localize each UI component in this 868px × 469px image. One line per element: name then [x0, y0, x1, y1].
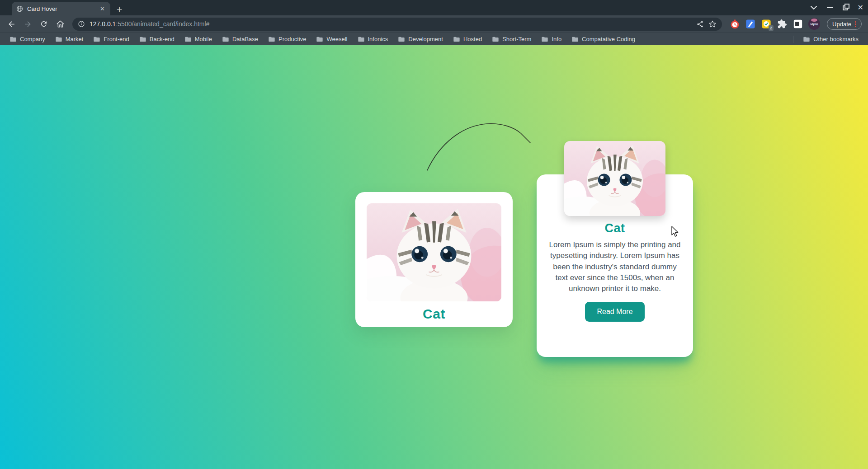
timer-extension-icon[interactable] — [729, 19, 740, 29]
folder-icon — [453, 36, 460, 42]
bookmark-label: Weesell — [326, 36, 347, 42]
folder-icon — [541, 36, 548, 42]
update-label: Update — [832, 21, 851, 28]
bookmarks-bar: Company Market Front-end Back-end Mobile… — [0, 33, 868, 45]
screenshot-extension-icon[interactable] — [793, 19, 803, 29]
bookmark-label: Infonics — [368, 36, 388, 42]
other-bookmarks-label: Other bookmarks — [813, 36, 859, 42]
bookmark-folder-compatative-coding[interactable]: Compatative Coding — [567, 35, 639, 43]
folder-icon — [358, 36, 365, 42]
extension-badge: 2 — [769, 25, 774, 31]
close-window-button[interactable]: ✕ — [858, 4, 863, 11]
extensions-row: 2 vipin Update — [727, 18, 863, 30]
card-title: Cat — [367, 306, 501, 322]
bookmark-folder-mobile[interactable]: Mobile — [180, 35, 216, 43]
back-button[interactable] — [5, 17, 18, 31]
folder-icon — [268, 36, 275, 42]
folder-icon — [398, 36, 405, 42]
bookmark-label: Mobile — [195, 36, 212, 42]
cat-image — [564, 141, 665, 216]
card-title: Cat — [537, 221, 693, 235]
folder-icon — [803, 36, 810, 42]
bookmark-label: Productive — [278, 36, 306, 42]
card-description: Lorem Ipsum is simply the printing and t… — [547, 239, 683, 294]
bookmark-label: Back-end — [150, 36, 175, 42]
folder-icon — [571, 36, 579, 42]
bookmark-folder-database[interactable]: DataBase — [218, 35, 262, 43]
folder-icon — [139, 36, 146, 42]
bookmark-folder-short-term[interactable]: Short-Term — [488, 35, 535, 43]
avatar-label: vipin — [810, 22, 818, 26]
share-icon[interactable] — [696, 20, 704, 28]
bookmark-folder-info[interactable]: Info — [537, 35, 566, 43]
browser-menu-kebab-icon[interactable] — [855, 21, 856, 27]
bookmark-label: Compatative Coding — [582, 36, 635, 42]
bookmark-folder-company[interactable]: Company — [5, 35, 49, 43]
bookmark-folder-infonics[interactable]: Infonics — [354, 35, 392, 43]
reload-button[interactable] — [37, 17, 51, 31]
folder-icon — [93, 36, 100, 42]
bookmark-label: Info — [552, 36, 561, 42]
cat-card-hovered[interactable]: Cat Lorem Ipsum is simply the printing a… — [537, 174, 693, 357]
folder-icon — [9, 36, 17, 42]
bookmark-folder-back-end[interactable]: Back-end — [135, 35, 179, 43]
cat-card-default[interactable]: Cat — [355, 192, 513, 327]
bookmark-label: Short-Term — [502, 36, 531, 42]
url-text[interactable]: 127.0.0.1:5500/animated_card/index.html# — [90, 20, 692, 28]
bookmark-label: Front-end — [104, 36, 129, 42]
folder-icon — [316, 36, 323, 42]
url-bar[interactable]: 127.0.0.1:5500/animated_card/index.html# — [72, 18, 722, 31]
url-path: :5500/animated_card/index.html# — [116, 20, 209, 28]
bookmarks-divider — [793, 36, 793, 43]
folder-icon — [492, 36, 499, 42]
other-bookmarks[interactable]: Other bookmarks — [799, 35, 863, 43]
notes-extension-icon[interactable] — [745, 19, 756, 29]
folder-icon — [184, 36, 192, 42]
restore-window-button[interactable] — [843, 5, 848, 10]
url-host: 127.0.0.1 — [90, 20, 116, 28]
forward-button[interactable] — [21, 17, 34, 31]
bookmark-folder-front-end[interactable]: Front-end — [89, 35, 133, 43]
mouse-cursor — [671, 226, 681, 238]
folder-icon — [55, 36, 62, 42]
bookmark-folder-weesell[interactable]: Weesell — [312, 35, 351, 43]
tab-search-chevron-icon[interactable] — [811, 6, 817, 9]
bookmark-label: Market — [66, 36, 84, 42]
minimize-button[interactable] — [827, 7, 833, 8]
bookmark-star-icon[interactable] — [708, 20, 717, 28]
browser-titlebar: Card Hover ✕ + ✕ — [0, 0, 868, 15]
decorative-arc-stroke — [423, 120, 536, 174]
bookmark-label: Development — [408, 36, 443, 42]
todo-check-extension-icon[interactable]: 2 — [761, 19, 772, 29]
browser-toolbar: 127.0.0.1:5500/animated_card/index.html# — [0, 15, 868, 33]
bookmark-label: Company — [20, 36, 45, 42]
tab-title: Card Hover — [27, 5, 95, 12]
page-viewport: Cat Cat Lorem Ipsum is simply the printi… — [0, 45, 868, 469]
bookmark-folder-productive[interactable]: Productive — [264, 35, 310, 43]
bookmark-label: DataBase — [232, 36, 258, 42]
home-button[interactable] — [53, 17, 67, 31]
tab-close-icon[interactable]: ✕ — [99, 5, 106, 12]
folder-icon — [222, 36, 229, 42]
profile-avatar[interactable]: vipin — [808, 18, 820, 30]
cat-image — [367, 203, 501, 301]
browser-tab[interactable]: Card Hover ✕ — [12, 2, 110, 15]
extensions-puzzle-icon[interactable] — [777, 19, 788, 29]
bookmark-folder-hosted[interactable]: Hosted — [449, 35, 486, 43]
read-more-button[interactable]: Read More — [585, 302, 644, 322]
bookmark-folder-market[interactable]: Market — [51, 35, 88, 43]
globe-favicon-icon — [16, 5, 23, 12]
site-info-icon[interactable] — [78, 20, 85, 28]
update-button[interactable]: Update — [827, 18, 862, 30]
bookmark-label: Hosted — [463, 36, 482, 42]
new-tab-button[interactable]: + — [117, 5, 122, 14]
bookmark-folder-development[interactable]: Development — [394, 35, 447, 43]
